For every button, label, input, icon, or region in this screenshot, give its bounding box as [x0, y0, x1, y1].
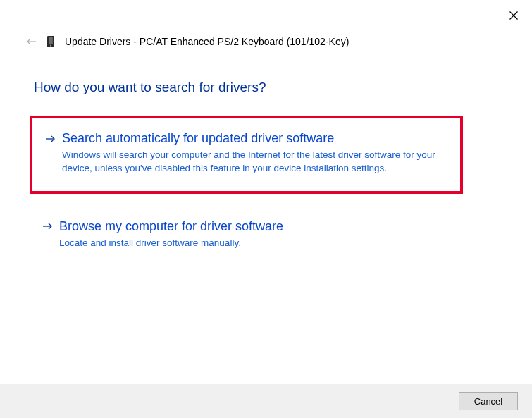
close-button[interactable] — [507, 8, 521, 23]
cancel-button[interactable]: Cancel — [459, 392, 518, 410]
option-header: Search automatically for updated driver … — [45, 131, 446, 146]
back-arrow-icon — [27, 38, 37, 45]
arrow-right-icon — [45, 133, 55, 145]
arrow-right-icon — [42, 221, 52, 232]
option-header: Browse my computer for driver software — [42, 219, 449, 234]
back-button — [27, 36, 37, 47]
option-title: Search automatically for updated driver … — [62, 131, 334, 146]
close-icon — [509, 11, 518, 20]
option-search-automatically[interactable]: Search automatically for updated driver … — [30, 116, 463, 194]
dialog-footer: Cancel — [0, 384, 532, 418]
wizard-header: Update Drivers - PC/AT Enhanced PS/2 Key… — [27, 35, 349, 48]
page-heading: How do you want to search for drivers? — [34, 80, 266, 95]
option-browse-computer[interactable]: Browse my computer for driver software L… — [30, 207, 463, 266]
device-icon — [47, 35, 55, 48]
option-description: Windows will search your computer and th… — [62, 149, 443, 176]
option-description: Locate and install driver software manua… — [59, 237, 440, 250]
options-list: Search automatically for updated driver … — [30, 116, 463, 278]
svg-rect-4 — [49, 37, 53, 44]
wizard-title: Update Drivers - PC/AT Enhanced PS/2 Key… — [65, 36, 349, 47]
svg-point-5 — [50, 45, 51, 47]
option-title: Browse my computer for driver software — [59, 219, 283, 234]
